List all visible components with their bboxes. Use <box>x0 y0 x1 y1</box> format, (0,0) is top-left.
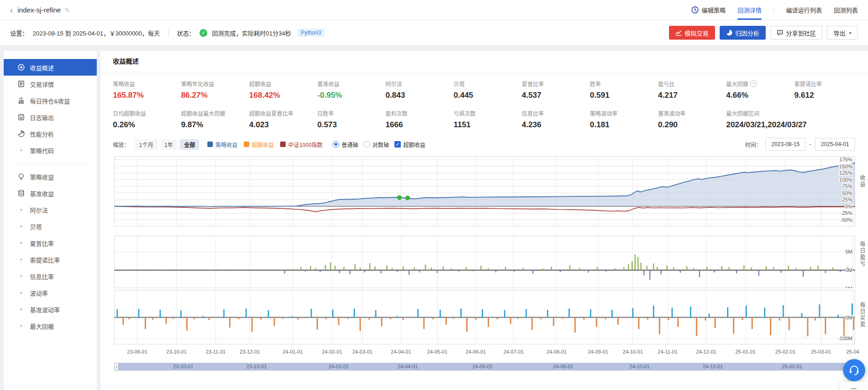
metrics-row-1: 策略收益165.87%策略年化收益86.27%超额收益168.42%基准收益-0… <box>100 72 868 102</box>
sidebar-item-性能分析[interactable]: 性能分析 <box>4 125 97 142</box>
radio-普通轴[interactable]: 普通轴 <box>333 141 358 148</box>
x-tick-24-12-01: 24-12-01 <box>696 349 716 355</box>
metric-value: 86.27% <box>181 91 249 100</box>
metric-策略波动率: 策略波动率0.181 <box>590 109 658 130</box>
sidebar-item-策略代码[interactable]: 策略代码 <box>4 142 97 159</box>
sidebar-item-label: 交易详情 <box>30 80 54 89</box>
legend-item-超额收益[interactable]: 超额收益 <box>244 141 274 148</box>
svg-text:25%: 25% <box>842 197 852 202</box>
chevron-down-icon: ▾ <box>849 30 851 35</box>
radio-对数轴[interactable]: 对数轴 <box>364 141 389 148</box>
metric-label: 策略收益 <box>113 80 135 88</box>
metric-value: 0.445 <box>454 91 522 100</box>
sidebar-item-label: 日志输出 <box>30 113 54 122</box>
x-tick-24-10-01: 24-10-01 <box>623 349 643 355</box>
zoom-label: 缩放： <box>113 141 129 148</box>
legend-item-中证1000指数[interactable]: 中证1000指数 <box>280 141 323 148</box>
metric-value: 0.573 <box>317 120 386 130</box>
sidebar-item-每日持仓&收益[interactable]: 每日持仓&收益 <box>4 92 97 109</box>
metric-label: 盈亏比 <box>658 80 674 88</box>
metric-value: 4.217 <box>658 91 726 100</box>
metric-超额收益: 超额收益168.42% <box>249 80 317 100</box>
metric-value: 4.023 <box>249 120 317 130</box>
x-tick-25-03-01: 25-03-01 <box>811 349 831 355</box>
speech-bubble-icon <box>777 30 783 36</box>
returns-chart[interactable]: 175%150%125%100%75%50%25%0%-25%-50% <box>114 156 855 226</box>
chart-range-scrollbar[interactable]: 23-10-0123-12-0124-02-0124-04-0124-06-01… <box>114 363 855 371</box>
nav-item-编辑策略[interactable]: 编辑策略 <box>691 0 726 20</box>
legend-item-策略收益[interactable]: 策略收益 <box>207 141 237 148</box>
metric-value: 0.843 <box>386 91 454 100</box>
metric-盈利次数: 盈利次数1666 <box>386 109 454 130</box>
share-to-community-button[interactable]: 分享到社区 <box>770 26 822 40</box>
sidebar-item-最大回撤[interactable]: 最大回撤 <box>4 318 97 334</box>
sidebar-item-阿尔法[interactable]: 阿尔法 <box>4 201 97 218</box>
legend-label: 超额收益 <box>252 141 274 148</box>
attribution-analysis-button[interactable]: 归因分析 <box>720 26 766 40</box>
sidebar-item-label: 收益概述 <box>30 63 54 72</box>
sidebar-item-策略收益[interactable]: 策略收益 <box>4 168 97 185</box>
sidebar-item-索提诺比率[interactable]: 索提诺比率 <box>4 251 97 268</box>
sidebar-item-贝塔[interactable]: 贝塔 <box>4 218 97 235</box>
legend-label: 中证1000指数 <box>288 141 323 148</box>
scrollbar-label-24-06-01: 24-06-01 <box>472 364 493 369</box>
chart-legend: 策略收益超额收益中证1000指数 <box>207 141 323 148</box>
metric-value: 2024/03/21,2024/03/27 <box>726 120 862 130</box>
daily-pnl-chart[interactable]: 5M0M-5M <box>114 236 855 288</box>
daily-trade-chart[interactable]: 0M-100M <box>114 290 855 344</box>
metric-最大回撤: 最大回撤?4.66% <box>726 80 794 100</box>
customer-service-button[interactable] <box>843 359 865 381</box>
scrollbar-handle[interactable] <box>114 363 119 371</box>
status-check-icon: ✓ <box>199 29 207 37</box>
sidebar-item-日志输出[interactable]: 日志输出 <box>4 109 97 125</box>
pnl-axis-title: 每日盈亏 <box>858 241 866 267</box>
back-chevron-icon[interactable]: ‹ <box>10 6 13 14</box>
svg-text:100%: 100% <box>839 177 852 183</box>
export-button[interactable]: 导出 ▾ <box>827 26 858 40</box>
nav-item-回测详情[interactable]: 回测详情 <box>738 0 762 20</box>
zoom-button-1个月[interactable]: 1个月 <box>135 139 158 150</box>
x-tick-24-03-01: 24-03-01 <box>352 349 373 355</box>
sidebar-item-交易详情[interactable]: 交易详情 <box>4 76 97 92</box>
language-badge: Python3 <box>298 29 324 37</box>
legend-label: 策略收益 <box>215 141 237 148</box>
help-icon[interactable]: ? <box>750 80 757 87</box>
edit-pencil-icon[interactable]: ✎ <box>65 6 70 14</box>
sidebar-item-label: 基准波动率 <box>30 305 60 314</box>
sidebar-item-收益概述[interactable]: 收益概述 <box>4 59 97 76</box>
start-date-input[interactable]: 2023-08-15 <box>765 138 805 151</box>
sidebar-item-基准收益[interactable]: 基准收益 <box>4 185 97 201</box>
divider <box>168 29 169 36</box>
metrics-row-2: 日均超额收益0.26%超额收益最大回撤9.87%超额收益夏普比率4.023日胜率… <box>100 102 868 131</box>
svg-text:150%: 150% <box>839 164 852 169</box>
simulate-trade-button[interactable]: 模拟交易 <box>669 26 715 40</box>
zoom-button-全部[interactable]: 全部 <box>180 139 199 150</box>
sidebar-item-基准波动率[interactable]: 基准波动率 <box>4 301 97 318</box>
nav-item-编译运行列表[interactable]: 编译运行列表 <box>786 0 822 20</box>
metric-value: 4.66% <box>726 91 794 100</box>
sidebar-item-label: 每日持仓&收益 <box>30 96 70 105</box>
trend-chart-icon <box>675 30 682 36</box>
sidebar-item-夏普比率[interactable]: 夏普比率 <box>4 235 97 251</box>
time-range-controls: 时间： 2023-08-15 - 2025-04-01 <box>745 138 855 151</box>
metric-value: 165.87% <box>113 91 181 100</box>
x-tick-24-07-01: 24-07-01 <box>504 349 524 355</box>
nav-item-回测列表[interactable]: 回测列表 <box>834 0 858 20</box>
svg-text:0%: 0% <box>845 204 852 209</box>
end-date-input[interactable]: 2025-04-01 <box>815 138 855 151</box>
zoom-button-1年[interactable]: 1年 <box>160 139 177 150</box>
trade-axis-title: 每日买卖 <box>858 302 866 328</box>
panel-title: 收益概述 <box>100 51 868 72</box>
sidebar: 收益概述交易详情每日持仓&收益日志输出性能分析策略代码策略收益基准收益阿尔法贝塔… <box>4 51 97 390</box>
excess-return-checkbox[interactable]: ✓ 超额收益 <box>394 141 425 148</box>
sidebar-item-信息比率[interactable]: 信息比率 <box>4 268 97 284</box>
x-tick-24-11-01: 24-11-01 <box>658 349 678 355</box>
quick-menu-button[interactable]: ☰ <box>839 382 868 390</box>
target-icon <box>18 64 25 71</box>
svg-text:-100M: -100M <box>838 336 852 341</box>
sidebar-item-波动率[interactable]: 波动率 <box>4 284 97 301</box>
report-panel: 收益概述 策略收益165.87%策略年化收益86.27%超额收益168.42%基… <box>100 51 868 390</box>
metric-value: 1151 <box>454 120 522 130</box>
date-separator: - <box>809 141 811 148</box>
dot-icon <box>18 272 25 280</box>
